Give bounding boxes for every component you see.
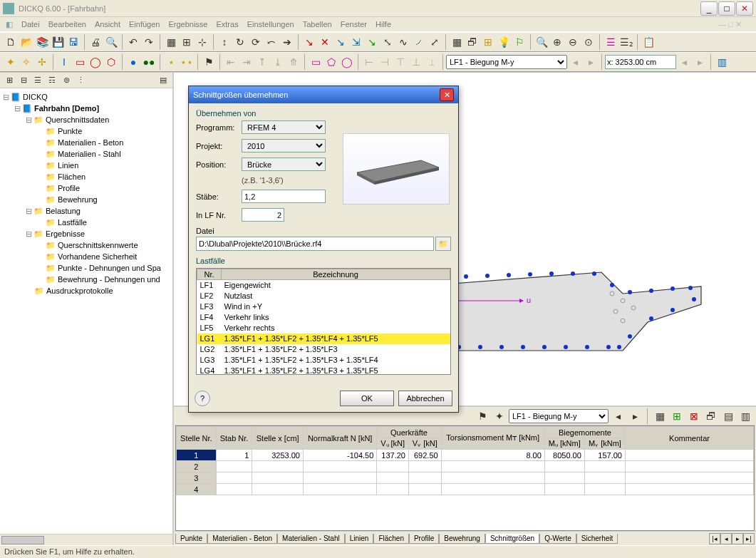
dot2-icon[interactable]: ●● <box>141 54 157 70</box>
preview-icon[interactable]: 🔍 <box>103 34 119 50</box>
tree-leaf[interactable]: Profile <box>58 184 80 192</box>
tree-leaf[interactable]: Bewehrung - Dehnungen und <box>58 275 160 284</box>
col-vv[interactable]: Vᵥ [kN] <box>408 438 441 450</box>
grid-tab[interactable]: Materialien - Stahl <box>277 534 345 544</box>
axes-icon[interactable]: ⊹ <box>195 34 210 50</box>
cancel-button[interactable]: Abbrechen <box>398 391 452 406</box>
tool-e-icon[interactable]: ↘ <box>364 34 380 50</box>
grid-export-icon[interactable]: ⊞ <box>669 408 685 424</box>
navigator-tree[interactable]: 📘DICKQ 📘Fahrbahn [Demo] 📁Querschnittsdat… <box>0 88 172 534</box>
col-stelle-x[interactable]: Stelle x [cm] <box>252 427 304 450</box>
align1-icon[interactable]: ⇤ <box>223 54 239 70</box>
coord-input[interactable] <box>605 55 676 69</box>
dim2-icon[interactable]: ⊣ <box>377 54 393 70</box>
col-querkraefte[interactable]: Querkräfte <box>377 427 441 438</box>
results-table[interactable]: Stelle Nr. Stab Nr. Stelle x [cm] Normal… <box>176 426 754 495</box>
dim4-icon[interactable]: ⊥ <box>408 54 424 70</box>
col-torsion[interactable]: Torsionsmoment Mᴛ [kNm] <box>441 427 544 450</box>
dim1-icon[interactable]: ⊢ <box>361 54 377 70</box>
position-select[interactable]: Brücke <box>242 157 326 171</box>
lf-col-bez[interactable]: Bezeichnung <box>222 269 450 280</box>
dialog-help-button[interactable]: ? <box>195 391 210 406</box>
tree-tb2-icon[interactable]: ⊟ <box>17 74 30 87</box>
align3-icon[interactable]: ⤒ <box>254 54 270 70</box>
grid-tab[interactable]: Profile <box>409 534 439 544</box>
snap2-icon[interactable]: ✧ <box>19 54 34 70</box>
menu-extras[interactable]: Extras <box>216 20 238 29</box>
flag2-icon[interactable]: ⚑ <box>201 54 217 70</box>
dot1-icon[interactable]: ● <box>125 54 141 70</box>
snap3-icon[interactable]: ✢ <box>34 54 50 70</box>
align4-icon[interactable]: ⤓ <box>270 54 286 70</box>
dim5-icon[interactable]: ⟂ <box>424 54 440 70</box>
lc-next-icon[interactable]: ▸ <box>583 54 599 70</box>
col-mu[interactable]: Mᵤ [kNm] <box>544 438 584 450</box>
tree-hscroll[interactable] <box>0 534 172 545</box>
app-menu-icon[interactable]: ◧ <box>6 20 13 29</box>
tree-tb6-icon[interactable]: ⋮ <box>74 74 87 87</box>
grid2-icon[interactable]: ⊞ <box>179 34 195 50</box>
grid-loadcase-combo[interactable]: LF1 - Biegung M-y <box>509 409 609 423</box>
tree-tb7-icon[interactable]: ▤ <box>157 74 170 87</box>
tree-root[interactable]: DICKQ <box>23 93 48 101</box>
table-icon[interactable]: ▦ <box>449 34 465 50</box>
rotate-icon[interactable]: ↻ <box>232 34 248 50</box>
redo-icon[interactable]: ↷ <box>141 34 157 50</box>
mdi-controls[interactable]: — □ ✕ <box>718 20 742 29</box>
window-icon[interactable]: 🗗 <box>465 34 480 50</box>
snap1-icon[interactable]: ✦ <box>3 54 19 70</box>
tab-prev-icon[interactable]: ◂ <box>720 533 732 544</box>
menu-bearbeiten[interactable]: Bearbeiten <box>48 20 86 29</box>
menu-hilfe[interactable]: Hilfe <box>376 20 391 29</box>
grid-prev-icon[interactable]: ◂ <box>610 408 626 424</box>
tree-node[interactable]: Ausdruckprotokolle <box>46 286 113 295</box>
zoom-window-icon[interactable]: 🔍 <box>534 34 549 50</box>
tree-leaf[interactable]: Linien <box>58 161 78 170</box>
table-row[interactable]: 4 <box>177 484 754 495</box>
spark2-icon[interactable]: ⋆⋆ <box>179 54 195 70</box>
tool-g-icon[interactable]: ∿ <box>395 34 411 50</box>
save-icon[interactable]: 💾 <box>50 34 66 50</box>
col-mv[interactable]: Mᵥ [kNm] <box>584 438 625 450</box>
grid-tb6-icon[interactable]: ▤ <box>720 408 736 424</box>
lf-row[interactable]: LF4Verkehr links <box>197 312 450 323</box>
col-normalkraft[interactable]: Normalkraft N [kN] <box>303 427 376 450</box>
tree-tb5-icon[interactable]: ⊚ <box>60 74 73 87</box>
col-biege[interactable]: Biegemomente <box>544 427 625 438</box>
table-row[interactable]: 3 <box>177 472 754 484</box>
undo-icon[interactable]: ↶ <box>125 34 141 50</box>
grid-tab[interactable]: Q-Werte <box>539 534 576 544</box>
col-stab-nr[interactable]: Stab Nr. <box>216 427 252 450</box>
coord-prev-icon[interactable]: ◂ <box>676 54 692 70</box>
menu-ergebnisse[interactable]: Ergebnisse <box>168 20 207 29</box>
browse-button[interactable]: 📁 <box>435 237 451 251</box>
tree-leaf[interactable]: Punkte <box>58 127 82 135</box>
grid-next-icon[interactable]: ▸ <box>627 408 643 424</box>
lf-col-nr[interactable]: Nr. <box>197 269 222 280</box>
open-icon[interactable]: 📂 <box>19 34 34 50</box>
new-icon[interactable]: 🗋 <box>3 34 19 50</box>
rect-icon[interactable]: ▭ <box>72 54 88 70</box>
grid-tab[interactable]: Flächen <box>373 534 409 544</box>
menu-fenster[interactable]: Fenster <box>341 20 367 29</box>
menu-tabellen[interactable]: Tabellen <box>303 20 332 29</box>
vert-icon[interactable]: I <box>56 54 72 70</box>
grid-tab[interactable]: Schnittgrößen <box>485 534 539 544</box>
tree-node[interactable]: Ergebnisse <box>46 229 85 238</box>
light-icon[interactable]: 💡 <box>496 34 512 50</box>
flag-icon[interactable]: ⚐ <box>512 34 527 50</box>
maximize-button[interactable]: □ <box>718 1 735 16</box>
menu-einstellungen[interactable]: Einstellungen <box>247 20 294 29</box>
tree-leaf[interactable]: Materialien - Stahl <box>58 150 121 158</box>
grid-tb4-icon[interactable]: ⊠ <box>686 408 702 424</box>
tree-leaf[interactable]: Punkte - Dehnungen und Spa <box>58 264 161 272</box>
staebe-input[interactable] <box>242 190 326 203</box>
align2-icon[interactable]: ⇥ <box>239 54 254 70</box>
tool-f-icon[interactable]: ⤡ <box>380 34 395 50</box>
grid-tab[interactable]: Linien <box>345 534 374 544</box>
lf-row[interactable]: LG11.35*LF1 + 1.35*LF2 + 1.35*LF4 + 1.35… <box>197 334 450 344</box>
lc-prev-icon[interactable]: ◂ <box>567 54 583 70</box>
tool-a-icon[interactable]: ↘ <box>301 34 317 50</box>
grid-tb7-icon[interactable]: ▥ <box>737 408 753 424</box>
lf-row[interactable]: LF3Wind in +Y <box>197 301 450 312</box>
